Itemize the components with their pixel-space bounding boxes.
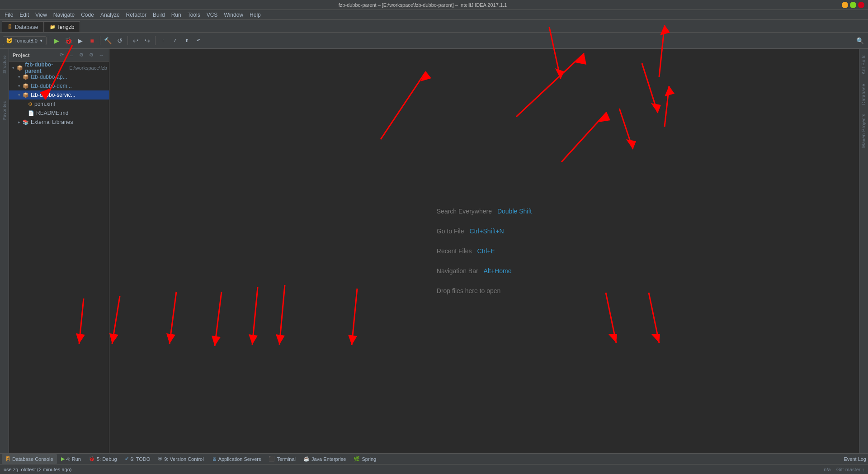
menu-run[interactable]: Run: [169, 11, 184, 19]
tree-label-readme: README.md: [36, 110, 68, 116]
menu-vcs[interactable]: VCS: [204, 11, 221, 19]
title-bar: fzb-dubbo-parent – [E:\workspace\fzb-dub…: [0, 0, 868, 10]
bottom-tab-terminal[interactable]: ⬛ Terminal: [265, 454, 299, 464]
panel-collapse-btn[interactable]: –: [67, 51, 75, 59]
sidebar-structure-icon[interactable]: Structure: [0, 51, 9, 78]
tree-item-extlibs[interactable]: ▸ 📚 External Libraries: [9, 118, 109, 127]
toolbar-separator-4: [155, 36, 156, 45]
vc-tab-icon: ⑨: [158, 456, 162, 462]
tree-label-pom: pom.xml: [34, 101, 55, 107]
sidebar-database[interactable]: Database: [860, 80, 867, 109]
bottom-tab-todo[interactable]: ✔ 6: TODO: [121, 454, 154, 464]
toolbar-right: 🔍: [854, 35, 865, 46]
stop-button[interactable]: ■: [87, 35, 98, 46]
tree-item-dem[interactable]: ▾ 📦 fzb-dubbo-dem...: [9, 81, 109, 90]
menu-window[interactable]: Window: [221, 11, 246, 19]
todo-tab-icon: ✔: [125, 456, 129, 462]
menu-analyze[interactable]: Analyze: [98, 11, 123, 19]
tree-arrow-root: ▾: [11, 66, 16, 70]
vcs-push-button[interactable]: ⬆: [181, 35, 192, 46]
menu-view[interactable]: View: [33, 11, 50, 19]
status-right: n/a Git: master ↑: [824, 467, 864, 472]
sidebar-maven[interactable]: Maven Projects: [860, 110, 867, 152]
bottom-tab-debug[interactable]: 🐞 5: Debug: [85, 454, 121, 464]
panel-sync-btn[interactable]: ⟳: [57, 51, 66, 59]
file-tree: ▾ 📦 fzb-dubbo-parent E:\workspace\fzb ▾ …: [9, 62, 109, 453]
panel-settings-btn[interactable]: ⚙: [77, 51, 85, 59]
run-tab-icon: ▶: [61, 456, 65, 462]
sync-button[interactable]: ↺: [114, 35, 125, 46]
main-layout: Structure Favorites Project ⟳ – ⚙ ⚙ ↔ ▾ …: [0, 49, 868, 453]
drop-files-label: Drop files here to open: [437, 287, 501, 294]
app-servers-tab-icon: 🖥: [212, 456, 217, 462]
terminal-tab-icon: ⬛: [269, 456, 275, 462]
tree-item-ap[interactable]: ▾ 📦 fzb-dubbo-ap...: [9, 72, 109, 81]
tree-icon-readme: 📄: [28, 110, 34, 116]
status-message: use zg_oldtest (2 minutes ago): [4, 467, 71, 472]
spring-tab-icon: 🌿: [354, 456, 360, 462]
toolbar: 🐱 Tomcat8.0 ▼ ▶ 🐞 ▶ ■ 🔨 ↺ ↩ ↪ ↑ ✓ ⬆ ↶ 🔍: [0, 33, 868, 49]
menu-navigate[interactable]: Navigate: [51, 11, 77, 19]
tab-bar: 🗄 Database 📁 fengzb: [0, 20, 868, 33]
close-button[interactable]: [858, 2, 864, 8]
status-bar: use zg_oldtest (2 minutes ago) n/a Git: …: [0, 464, 868, 474]
recent-files-label: Recent Files: [437, 247, 472, 255]
panel-gear-btn[interactable]: ⚙: [87, 51, 95, 59]
tree-arrow-extlibs: ▸: [16, 120, 22, 124]
sidebar-favorites-icon[interactable]: Favorites: [0, 97, 9, 124]
run-button[interactable]: ▶: [52, 35, 62, 46]
menu-tools[interactable]: Tools: [185, 11, 203, 19]
redo-button[interactable]: ↪: [142, 35, 153, 46]
recent-files-item: Recent Files Ctrl+E: [437, 247, 532, 255]
bottom-tab-run[interactable]: ▶ 4: Run: [57, 454, 85, 464]
tab-fengzb[interactable]: 📁 fengzb: [44, 21, 80, 32]
menu-bar: File Edit View Navigate Code Analyze Ref…: [0, 10, 868, 20]
panel-expand-btn[interactable]: ↔: [97, 51, 105, 59]
debug-button[interactable]: 🐞: [63, 35, 74, 46]
navigation-bar-shortcut: Alt+Home: [484, 267, 512, 275]
sidebar-ant-build[interactable]: Ant Build: [860, 51, 867, 78]
menu-file[interactable]: File: [2, 11, 16, 19]
project-panel-header: Project ⟳ – ⚙ ⚙ ↔: [9, 49, 109, 62]
project-panel: Project ⟳ – ⚙ ⚙ ↔ ▾ 📦 fzb-dubbo-parent E…: [9, 49, 109, 453]
welcome-content: Search Everywhere Double Shift Go to Fil…: [437, 208, 532, 294]
bottom-tab-database-console[interactable]: 🗄 Database Console: [2, 454, 57, 464]
build-button[interactable]: 🔨: [103, 35, 113, 46]
undo-button[interactable]: ↩: [130, 35, 141, 46]
search-everywhere-item: Search Everywhere Double Shift: [437, 208, 532, 215]
maximize-button[interactable]: [850, 2, 856, 8]
tree-item-readme[interactable]: ▸ 📄 README.md: [9, 109, 109, 118]
coverage-button[interactable]: ▶: [75, 35, 86, 46]
bottom-tab-java-enterprise[interactable]: ☕ Java Enterprise: [300, 454, 349, 464]
status-git[interactable]: Git: master ↑: [836, 467, 864, 472]
tree-arrow-servic: ▾: [16, 93, 22, 97]
menu-help[interactable]: Help: [247, 11, 264, 19]
vcs-commit-button[interactable]: ✓: [170, 35, 180, 46]
tab-database[interactable]: 🗄 Database: [2, 21, 44, 32]
tree-label-root: fzb-dubbo-parent: [25, 62, 66, 74]
bottom-tab-java-enterprise-label: Java Enterprise: [311, 456, 346, 462]
vcs-rollback-button[interactable]: ↶: [193, 35, 204, 46]
tree-icon-servic: 📦: [23, 92, 29, 98]
toolbar-separator-3: [127, 36, 128, 45]
bottom-tab-app-servers[interactable]: 🖥 Application Servers: [208, 454, 265, 464]
search-everywhere-shortcut: Double Shift: [497, 208, 532, 215]
minimize-button[interactable]: [842, 2, 848, 8]
bottom-tab-todo-label: 6: TODO: [131, 456, 151, 462]
editor-area: Search Everywhere Double Shift Go to Fil…: [109, 49, 859, 453]
run-config-selector[interactable]: 🐱 Tomcat8.0 ▼: [3, 36, 47, 45]
tree-icon-root: 📦: [17, 65, 23, 71]
search-everywhere-toolbar-button[interactable]: 🔍: [854, 35, 865, 46]
menu-code[interactable]: Code: [78, 11, 97, 19]
tree-item-pom[interactable]: ▸ ⚙ pom.xml: [9, 100, 109, 109]
event-log-label[interactable]: Event Log: [844, 456, 866, 462]
menu-build[interactable]: Build: [150, 11, 168, 19]
tree-item-servic[interactable]: ▾ 📦 fzb-dubbo-servic...: [9, 90, 109, 100]
bottom-tab-spring[interactable]: 🌿 Spring: [350, 454, 380, 464]
menu-edit[interactable]: Edit: [17, 11, 32, 19]
bottom-tab-run-label: 4: Run: [66, 456, 81, 462]
menu-refactor[interactable]: Refactor: [123, 11, 149, 19]
vcs-update-button[interactable]: ↑: [158, 35, 169, 46]
tree-item-root[interactable]: ▾ 📦 fzb-dubbo-parent E:\workspace\fzb: [9, 63, 109, 72]
bottom-tab-vc[interactable]: ⑨ 9: Version Control: [154, 454, 207, 464]
